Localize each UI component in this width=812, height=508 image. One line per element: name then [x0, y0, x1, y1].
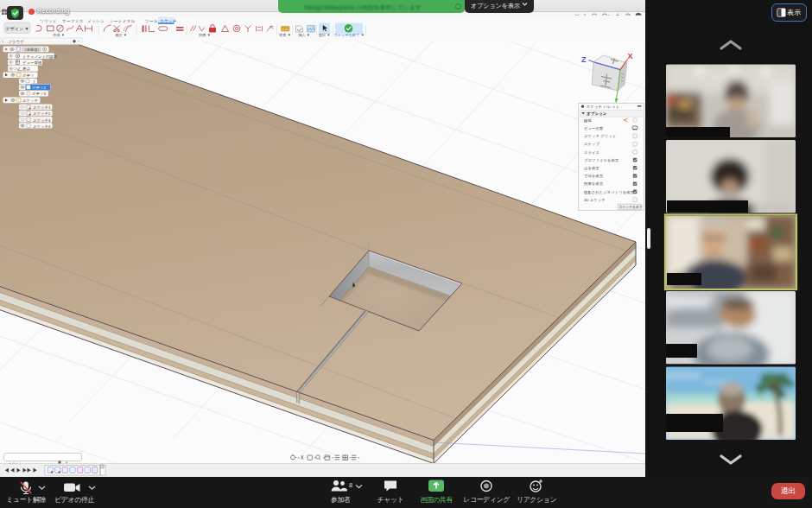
svg-text:拘束 ▼: 拘束 ▼: [198, 33, 211, 38]
svg-text:リアクション: リアクション: [517, 496, 556, 504]
svg-text:レコーディング: レコーディング: [463, 496, 511, 504]
svg-text:ビュー管理: ビュー管理: [22, 60, 42, 65]
svg-text:デザイン ▼: デザイン ▼: [6, 26, 29, 31]
svg-text:Z: Z: [581, 55, 587, 64]
svg-text:▼: ▼: [297, 456, 300, 460]
svg-text:ビデオの停止: ビデオの停止: [54, 496, 94, 504]
svg-text:検査 ▼: 検査 ▼: [279, 33, 291, 37]
svg-text:▼: ▼: [314, 456, 316, 460]
svg-text:ミュート解除: ミュート解除: [6, 496, 46, 504]
svg-text:チャット: チャット: [377, 496, 404, 504]
svg-text:画面の共有: 画面の共有: [420, 496, 453, 504]
svg-text:スケッチを終了: スケッチを終了: [619, 205, 643, 209]
svg-text:ツール: ツール: [145, 19, 158, 23]
svg-text:修正 ▼: 修正 ▼: [115, 33, 127, 37]
svg-text:スケッチ パレット: スケッチ パレット: [587, 105, 620, 109]
svg-text:▼: ▼: [358, 456, 360, 460]
svg-text:ボディ: ボディ: [22, 73, 34, 78]
svg-text:▼: ▼: [322, 456, 325, 460]
svg-text:スケッチ2: スケッチ2: [33, 111, 51, 116]
svg-text:スケッチ: スケッチ: [22, 98, 38, 103]
svg-text:オプション: オプション: [587, 111, 607, 117]
svg-text:スケッチ1: スケッチ1: [33, 105, 51, 110]
svg-text:3D スケッチ: 3D スケッチ: [584, 198, 606, 202]
svg-text:スケッチ4: スケッチ4: [33, 124, 51, 129]
svg-text:▼: ▼: [332, 456, 334, 460]
svg-text:X: X: [628, 52, 633, 60]
svg-text:サーフェス: サーフェス: [62, 19, 84, 23]
svg-text:スケッチを終了 ▼: スケッチを終了 ▼: [333, 33, 364, 37]
svg-text:▼: ▼: [65, 460, 68, 464]
svg-text:8: 8: [349, 481, 352, 489]
svg-text:スケッチ3: スケッチ3: [33, 118, 51, 123]
svg-text:メッシュ: メッシュ: [87, 19, 105, 23]
svg-text:選択 ▼: 選択 ▼: [319, 33, 331, 37]
svg-text:線種: 線種: [583, 118, 592, 123]
svg-text:ボディ2: ボディ2: [32, 86, 46, 90]
svg-text:ソリッド: ソリッド: [40, 19, 57, 23]
svg-text:ブラウザ: ブラウザ: [8, 40, 24, 44]
svg-text:原点: 原点: [22, 67, 30, 71]
svg-text:スケッチ グリッド: スケッチ グリッド: [584, 134, 616, 138]
svg-text:上: 上: [32, 79, 36, 84]
svg-text:シートメタル: シートメタル: [110, 19, 135, 23]
svg-text:コメント: コメント: [8, 460, 22, 464]
svg-text:スライス: スライス: [584, 150, 599, 155]
svg-text:（未保存）: （未保存）: [22, 48, 41, 52]
svg-text:▼: ▼: [349, 456, 352, 460]
svg-text:参加者: 参加者: [331, 496, 351, 504]
svg-text:ボディ3: ボディ3: [32, 92, 46, 96]
svg-text:スナップ: スナップ: [584, 142, 599, 146]
svg-text:スケッチ: スケッチ: [160, 19, 177, 23]
svg-text:挿入 ▼: 挿入 ▼: [298, 33, 310, 37]
svg-text:ビュー正面: ビュー正面: [584, 126, 604, 130]
